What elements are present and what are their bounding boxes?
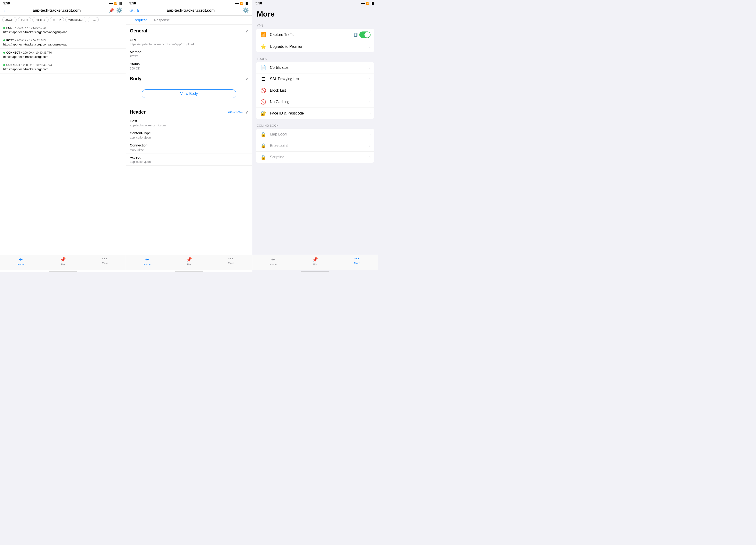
status-time-2: 5:58 [129,1,136,5]
field-status: Status 200 OK [126,60,252,72]
field-accept-label: Accept [130,155,248,159]
tab-more-label-2: More [228,262,234,265]
filter-https[interactable]: HTTPS [32,17,49,22]
filter-bar: JSON Form HTTPS HTTP Websocket In... [0,16,126,24]
pin-icon-1[interactable]: 📌 [109,8,114,13]
request-item-2[interactable]: POST • 200 OK • 17:57:23.673 https://app… [0,36,126,49]
doc-icon: 📄 [260,65,267,70]
tab-more-3[interactable]: ••• More [336,257,378,266]
more-content: VPN 📶 Capture Traffic ℹ️ ⭐ Upgrade to Pr… [252,21,378,255]
header-chevron-icon[interactable]: ∨ [245,110,248,115]
tab-more-label-1: More [102,262,108,265]
time-1: 17:57:26.790 [29,26,45,30]
nocache-chevron-icon: › [369,100,371,104]
home-indicator-1 [49,271,77,272]
field-method-label: Method [130,50,248,54]
tab-home-1[interactable]: ✈ Home [0,257,42,266]
status-2: • 200 OK • [15,39,28,42]
field-accept: Accept application/json [126,154,252,166]
field-status-value: 200 OK [130,67,248,70]
info-icon[interactable]: ℹ️ [353,33,357,37]
field-status-label: Status [130,62,248,66]
capture-traffic-item[interactable]: 📶 Capture Traffic ℹ️ [256,29,374,41]
vpn-section-label: VPN [252,21,378,29]
face-id-item[interactable]: 🔐 Face ID & Passcode › [256,108,374,119]
breakpoint-lock-icon: 🔒 [260,143,267,149]
capture-traffic-label: Capture Traffic [270,33,353,37]
filter-json[interactable]: JSON [2,17,17,22]
breakpoint-label: Breakpoint [270,144,369,148]
tab-more-2[interactable]: ••• More [210,257,252,266]
tab-pin-3[interactable]: 📌 Pin [294,257,336,266]
back-label-2: Back [131,9,139,13]
view-body-button[interactable]: View Body [142,89,236,98]
view-raw-button[interactable]: View Raw [228,110,243,114]
filter-more[interactable]: In... [88,17,99,22]
nav-title-2: app-tech-tracker.ccrgt.com [141,8,241,13]
more-header: More [252,6,378,21]
map-local-lock-icon: 🔒 [260,132,267,137]
settings-icon-1[interactable]: ⚙️ [116,7,123,14]
tab-pin-1[interactable]: 📌 Pin [42,257,84,266]
method-4: CONNECT [6,63,20,67]
more-dots-icon-2: ••• [228,257,234,261]
request-item-3[interactable]: CONNECT • 200 OK • 10:30:33.770 https://… [0,49,126,61]
status-4: • 200 OK • [21,63,34,67]
battery-icon-2: ▐▌ [245,2,249,5]
certificates-item[interactable]: 📄 Certificates › [256,62,374,74]
home-indicator-3 [301,271,329,272]
request-item-4[interactable]: CONNECT • 200 OK • 10:29:46.774 https://… [0,61,126,74]
wifi-icon-2: 📶 [240,2,244,5]
back-button-2[interactable]: ‹ Back [129,8,139,13]
status-bar-2: 5:58 ▪▪▪▪ 📶 ▐▌ [126,0,252,6]
upgrade-chevron-icon: › [369,45,371,49]
capture-traffic-toggle[interactable] [359,32,371,38]
field-url-label: URL [130,38,248,42]
tab-home-2[interactable]: ✈ Home [126,257,168,266]
detail-tabs: Request Response [126,16,252,25]
request-item-1[interactable]: POST • 200 OK • 17:57:26.790 https://app… [0,24,126,36]
panel-request-detail: 5:58 ▪▪▪▪ 📶 ▐▌ ‹ Back app-tech-tracker.c… [126,0,252,272]
request-item-meta-1: POST • 200 OK • 17:57:26.790 [3,26,123,30]
scripting-chevron-icon: › [369,155,371,159]
field-connection-label: Connection [130,143,248,147]
tab-pin-label-1: Pin [61,263,65,266]
status-dot-4 [3,64,5,66]
status-1: • 200 OK • [15,26,28,30]
breakpoint-chevron-icon: › [369,144,371,148]
tab-response[interactable]: Response [150,16,174,24]
url-2: https://app-tech-tracker.ccrgt.com/app/g… [3,43,123,46]
request-item-meta-4: CONNECT • 200 OK • 10:29:46.774 [3,63,123,67]
ssl-icon: ☰ [260,76,267,82]
status-dot-1 [3,27,5,29]
field-accept-value: application/json [130,160,248,164]
filter-websocket[interactable]: Websocket [65,17,86,22]
body-title: Body [130,76,141,81]
general-section-header: General ∨ [126,25,252,36]
upgrade-premium-item[interactable]: ⭐ Upgrade to Premium › [256,41,374,52]
body-chevron-icon[interactable]: ∨ [245,76,248,81]
tab-pin-2[interactable]: 📌 Pin [168,257,210,266]
general-title: General [130,28,147,34]
time-3: 10:30:33.770 [35,51,52,54]
tools-group: 📄 Certificates › ☰ SSL Proxying List › 🚫… [256,62,374,119]
field-host-label: Host [130,119,248,123]
ssl-proxying-item[interactable]: ☰ SSL Proxying List › [256,74,374,85]
filter-form[interactable]: Form [18,17,31,22]
settings-icon-2[interactable]: ⚙️ [242,7,249,14]
tab-request[interactable]: Request [130,16,150,24]
wifi-icon-3: 📶 [366,2,370,5]
general-chevron-icon[interactable]: ∨ [245,28,248,34]
tab-more-1[interactable]: ••• More [84,257,126,266]
header-title: Header [130,109,146,115]
tab-home-3[interactable]: ✈ Home [252,257,294,266]
no-caching-item[interactable]: 🚫 No Caching › [256,96,374,108]
block-list-item[interactable]: 🚫 Block List › [256,85,374,96]
field-content-type-value: application/json [130,136,248,139]
status-bar-3: 5:58 ▪▪▪▪ 📶 ▐▌ [252,0,378,6]
nav-title-1: app-tech-tracker.ccrgt.com [7,8,107,13]
tab-bar-3: ✈ Home 📌 Pin ••• More [252,255,378,270]
panel-request-list: 5:58 ▪▪▪▪ 📶 ▐▌ ‹ app-tech-tracker.ccrgt.… [0,0,126,272]
field-connection: Connection keep-alive [126,141,252,154]
filter-http[interactable]: HTTP [50,17,64,22]
